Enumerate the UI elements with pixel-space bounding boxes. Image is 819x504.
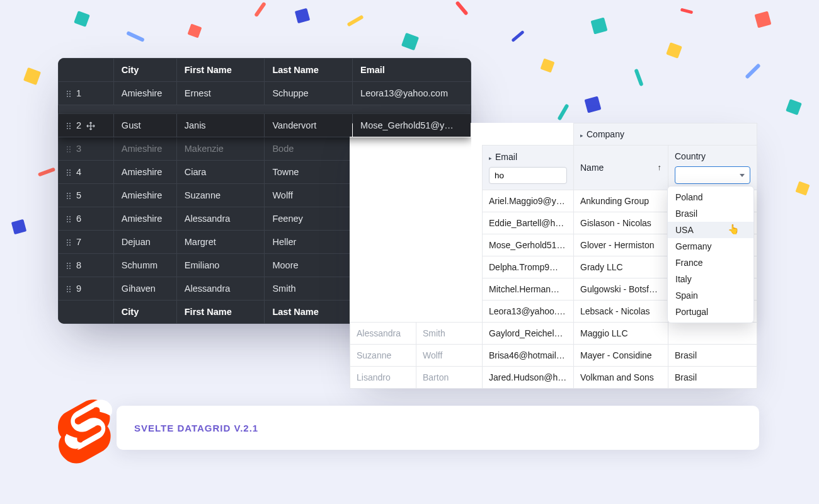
cell-first-name[interactable]: Suzanne [176, 184, 265, 207]
cell-email[interactable]: Delpha.Tromp9@ya… [483, 256, 574, 278]
cursor-pointer-icon: 👆 [728, 224, 740, 235]
cell-city[interactable]: Amieshire [113, 82, 176, 105]
cell-name[interactable]: Lebsack - Nicolas [574, 301, 668, 323]
cell-last-name[interactable]: Feeney [265, 207, 353, 231]
cell-city[interactable]: Gihaven [113, 277, 176, 301]
promo-text: SVELTE DATAGRID V.2.1 [134, 423, 258, 433]
col-last-name[interactable]: Last Name [265, 59, 353, 82]
dropdown-option[interactable]: USA👆 [668, 222, 753, 238]
cell-first-name[interactable]: Alessandra [176, 277, 265, 301]
cell-first-name[interactable]: Alessandra [176, 207, 265, 231]
cell-last-name[interactable]: Vandervort [265, 114, 353, 137]
cell-email[interactable]: Ariel.Maggio9@yah… [483, 190, 574, 212]
table-row[interactable]: 2GustJanisVandervortMose_Gerhold51@y… [59, 114, 471, 137]
group-company[interactable]: ▸Company [574, 123, 757, 146]
cell-last-name[interactable]: Bode [265, 137, 353, 161]
drag-handle-icon[interactable] [66, 169, 71, 176]
cell-country[interactable] [668, 323, 757, 345]
cell-city[interactable]: Amieshire [113, 184, 176, 207]
dropdown-option[interactable]: Poland [668, 189, 753, 205]
cell-last-name[interactable]: Moore [265, 254, 353, 277]
cell-country[interactable]: Brasil [668, 345, 757, 367]
promo-bar: SVELTE DATAGRID V.2.1 [117, 406, 759, 450]
row-handle[interactable]: 7 [59, 231, 114, 254]
drag-handle-icon[interactable] [66, 122, 71, 130]
drag-handle-icon[interactable] [66, 215, 71, 223]
cell-email[interactable]: Brisa46@hotmail.com [483, 345, 574, 367]
dropdown-option[interactable]: France [668, 255, 753, 271]
cell-name[interactable]: Maggio LLC [574, 323, 668, 345]
footer-city: City [113, 301, 176, 324]
row-handle[interactable]: 3 [59, 137, 114, 161]
cell-email[interactable]: Jared.Hudson@hot… [483, 367, 574, 389]
cell-last-name[interactable]: Wolff [265, 184, 353, 207]
cell-email[interactable]: Gaylord_Reichel16… [483, 323, 574, 345]
cell-name[interactable]: Mayer - Considine [574, 345, 668, 367]
cell-email[interactable]: Mose_Gerhold51@y… [353, 114, 471, 137]
row-handle[interactable]: 8 [59, 254, 114, 277]
cell-last-name[interactable]: Schuppe [265, 82, 353, 105]
cell-city[interactable]: Gust [113, 114, 176, 137]
cell-email[interactable]: Leora13@yahoo.com [483, 301, 574, 323]
col-name-light[interactable]: Name ↑ [574, 146, 668, 190]
cell-name[interactable]: Grady LLC [574, 256, 668, 278]
cell-name[interactable]: Volkman and Sons [574, 367, 668, 389]
cell-name[interactable]: Gulgowski - Botsford [574, 278, 668, 301]
sort-asc-icon[interactable]: ↑ [658, 163, 662, 172]
drag-handle-icon[interactable] [66, 262, 71, 270]
footer-last-name: Last Name [265, 301, 353, 324]
row-handle[interactable]: 9 [59, 277, 114, 301]
cell-under-last: Smith [416, 323, 483, 345]
cell-first-name[interactable]: Makenzie [176, 137, 265, 161]
cell-first-name[interactable]: Emiliano [176, 254, 265, 277]
table-row[interactable]: SuzanneWolffBrisa46@hotmail.comMayer - C… [350, 345, 757, 367]
cell-name[interactable]: Ankunding Group [574, 190, 668, 212]
dropdown-option[interactable]: Portugal [668, 304, 753, 320]
row-handle[interactable]: 5 [59, 184, 114, 207]
row-handle[interactable]: 1 [59, 82, 114, 105]
col-city[interactable]: City [113, 59, 176, 82]
cell-first-name[interactable]: Ernest [176, 82, 265, 105]
row-handle[interactable]: 4 [59, 161, 114, 184]
cell-last-name[interactable]: Heller [265, 231, 353, 254]
drag-handle-icon[interactable] [66, 285, 71, 293]
dropdown-option[interactable]: Brasil [668, 205, 753, 222]
col-first-name[interactable]: First Name [176, 59, 265, 82]
country-filter-select[interactable] [675, 166, 750, 184]
drag-handle-icon[interactable] [66, 90, 71, 98]
dark-header-row: City First Name Last Name Email [59, 59, 471, 82]
cell-last-name[interactable]: Towne [265, 161, 353, 184]
dropdown-option[interactable]: Italy [668, 271, 753, 287]
table-row[interactable]: AlessandraSmithGaylord_Reichel16…Maggio … [350, 323, 757, 345]
cell-first-name[interactable]: Janis [176, 114, 265, 137]
row-handle[interactable]: 6 [59, 207, 114, 231]
country-dropdown: PolandBrasilUSA👆GermanyFranceItalySpainP… [667, 186, 754, 323]
row-handle[interactable]: 2 [59, 114, 114, 137]
table-row[interactable]: LisandroBartonJared.Hudson@hot…Volkman a… [350, 367, 757, 389]
drag-handle-icon[interactable] [66, 146, 71, 153]
cell-city[interactable]: Dejuan [113, 231, 176, 254]
table-row[interactable]: 1AmieshireErnestSchuppeLeora13@yahoo.com [59, 82, 471, 105]
cell-name[interactable]: Glover - Hermiston [574, 234, 668, 256]
cell-city[interactable]: Amieshire [113, 207, 176, 231]
col-country-light[interactable]: Country [668, 146, 757, 190]
cell-last-name[interactable]: Smith [265, 277, 353, 301]
cell-city[interactable]: Schumm [113, 254, 176, 277]
drag-handle-icon[interactable] [66, 239, 71, 246]
cell-email[interactable]: Mitchel.Herman@ya… [483, 278, 574, 301]
cell-country[interactable]: Brasil [668, 367, 757, 389]
cell-email[interactable]: Mose_Gerhold51@y… [483, 234, 574, 256]
cell-first-name[interactable]: Ciara [176, 161, 265, 184]
dropdown-option[interactable]: Germany [668, 238, 753, 255]
col-email[interactable]: Email [353, 59, 471, 82]
cell-city[interactable]: Amieshire [113, 137, 176, 161]
col-email-light[interactable]: ▸Email [483, 146, 574, 190]
cell-email[interactable]: Leora13@yahoo.com [353, 82, 471, 105]
cell-name[interactable]: Gislason - Nicolas [574, 212, 668, 234]
dropdown-option[interactable]: Spain [668, 287, 753, 304]
cell-city[interactable]: Amieshire [113, 161, 176, 184]
cell-email[interactable]: Eddie_Bartell@hot… [483, 212, 574, 234]
cell-first-name[interactable]: Margret [176, 231, 265, 254]
drag-handle-icon[interactable] [66, 192, 71, 200]
email-filter-input[interactable] [489, 167, 567, 184]
